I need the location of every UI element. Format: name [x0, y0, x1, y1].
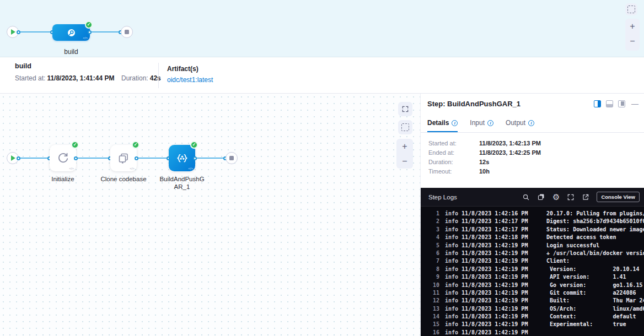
log-settings-button[interactable]: ⚙ [552, 193, 560, 201]
log-timestamp: 11/8/2023 1:42:19 PM [461, 297, 540, 305]
external-link-icon [582, 193, 589, 201]
tab-input-label: Input [470, 119, 485, 127]
log-message: Context: default [546, 313, 644, 321]
stage-summary-bar: build Started at:11/8/2023, 1:41:44 PM D… [0, 57, 644, 94]
log-line-number: 15 [421, 321, 439, 328]
log-line-number: 6 [421, 250, 439, 257]
detail-value: 12s [479, 159, 644, 165]
pipeline-end-node[interactable] [121, 26, 133, 38]
console-view-button[interactable]: Console View [597, 192, 640, 202]
collapse-panel-button[interactable]: — [631, 100, 638, 108]
detail-label: Timeout: [428, 168, 479, 175]
zoom-out-button[interactable]: − [396, 154, 413, 169]
connector-line [76, 158, 110, 159]
stage-graph-band: build + − [0, 0, 644, 57]
layout-minimized-panel-icon[interactable] [618, 100, 625, 107]
log-level: info [445, 250, 461, 257]
copy-logs-button[interactable] [537, 193, 545, 201]
connector-dot [193, 156, 197, 160]
panel-title: Step: BuildAndPushGAR_1 [427, 100, 589, 108]
zoom-in-button[interactable]: + [625, 19, 640, 34]
log-line-number: 8 [421, 265, 439, 273]
log-level: info [445, 234, 461, 241]
log-timestamp: 11/8/2023 1:42:16 PM [461, 210, 540, 218]
tab-output-label: Output [506, 119, 525, 127]
success-check-icon [190, 141, 198, 149]
stage-duration: Duration:42s [121, 74, 161, 82]
log-message: 20.17.0: Pulling from plugins/gar [546, 210, 644, 218]
log-line-number: 14 [421, 313, 439, 321]
duration-value: 42s [150, 74, 161, 82]
expand-logs-button[interactable] [567, 193, 575, 201]
marquee-select-button[interactable] [625, 3, 637, 15]
marquee-select-button[interactable] [398, 120, 412, 134]
log-line: 10info11/8/2023 1:42:19 PM Go version: g… [421, 281, 644, 289]
log-message: API version: 1.41 [546, 273, 644, 281]
connector-dot [17, 156, 20, 160]
step-label-clone-codebase: Clone codebase [99, 175, 148, 183]
started-label: Started at: [15, 74, 45, 82]
connector-line [90, 31, 121, 32]
log-timestamp: 11/8/2023 1:42:19 PM [461, 265, 540, 273]
log-level: info [445, 329, 461, 336]
step-details-panel: Step: BuildAndPushGAR_1 — Details Input … [420, 94, 644, 336]
divider [158, 63, 159, 88]
log-line-number: 13 [421, 305, 439, 313]
tab-output[interactable]: Output [506, 113, 534, 132]
stop-icon [125, 30, 129, 34]
marquee-icon [627, 6, 635, 13]
log-timestamp: 11/8/2023 1:42:19 PM [461, 313, 540, 321]
log-level: info [445, 226, 461, 234]
zoom-in-button[interactable]: + [396, 139, 413, 154]
log-line: 15info11/8/2023 1:42:19 PM Experimental:… [421, 321, 644, 328]
code-glyph-icon [188, 167, 193, 170]
zoom-out-button[interactable]: − [625, 34, 640, 48]
connector-dot [88, 30, 92, 34]
log-message: Version: 20.10.14 [546, 265, 644, 273]
connector-line [19, 158, 50, 159]
artifact-link[interactable]: oidc/test1:latest [167, 76, 213, 84]
step-logs-body[interactable]: 1info11/8/2023 1:42:16 PM20.17.0: Pullin… [421, 207, 644, 336]
step-node-initialize[interactable] [50, 145, 76, 171]
log-timestamp: 11/8/2023 1:42:19 PM [461, 321, 540, 328]
canvas-zoom-controls: + − [396, 139, 413, 169]
log-line: 16info11/8/2023 1:42:19 PM [421, 329, 644, 336]
stage-node-build[interactable] [52, 24, 90, 41]
log-line: 13info11/8/2023 1:42:19 PM OS/Arch: linu… [421, 305, 644, 313]
stop-icon [229, 156, 234, 160]
steps-end-node[interactable] [226, 152, 238, 164]
log-message: Go version: go1.16.15 [546, 281, 644, 289]
log-line-number: 11 [421, 289, 439, 297]
log-line: 8info11/8/2023 1:42:19 PM Version: 20.10… [421, 265, 644, 273]
detail-label: Started at: [428, 140, 479, 147]
gear-icon: ⚙ [552, 193, 560, 201]
panel-tabs: Details Input Output [421, 113, 644, 133]
step-node-clone-codebase[interactable] [110, 145, 137, 171]
log-timestamp: 11/8/2023 1:42:19 PM [461, 257, 540, 265]
top-zoom-controls: + − [625, 19, 640, 51]
artifacts-label: Artifact(s) [167, 65, 198, 73]
log-message: Login successful [546, 242, 644, 250]
tab-details[interactable]: Details [427, 113, 458, 132]
log-level: info [445, 297, 461, 305]
layout-right-panel-icon[interactable] [594, 100, 601, 107]
log-line-number: 10 [421, 281, 439, 289]
log-line-number: 12 [421, 297, 439, 305]
fullscreen-button[interactable] [398, 102, 412, 116]
log-line: 5info11/8/2023 1:42:19 PMLogin successfu… [421, 242, 644, 250]
step-node-buildandpushgar[interactable] [169, 145, 195, 171]
step-graph-canvas[interactable]: Initialize Clone codebase BuildAndPushGA… [0, 94, 420, 336]
info-icon [528, 120, 534, 126]
connector-line [195, 158, 226, 159]
log-message: Client: [546, 257, 644, 265]
layout-bottom-panel-icon[interactable] [606, 100, 613, 107]
success-check-icon [132, 141, 139, 149]
open-logs-new-tab-button[interactable] [582, 193, 589, 201]
search-button[interactable] [522, 193, 530, 201]
log-level: info [445, 218, 461, 225]
log-level: info [445, 210, 461, 218]
tab-input[interactable]: Input [470, 113, 493, 132]
log-message: + /usr/local/bin/docker version [546, 250, 644, 257]
log-line-number: 9 [421, 273, 439, 281]
detail-label: Ended at: [428, 149, 479, 156]
